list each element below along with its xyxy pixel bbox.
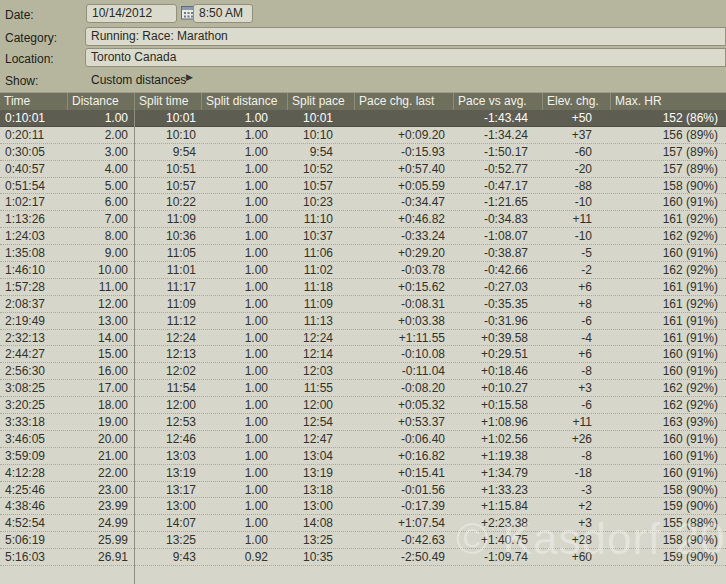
- table-cell: 11:12: [134, 314, 201, 328]
- table-row[interactable]: 1:02:176.0010:221.0010:23-0:34.47-1:21.6…: [0, 194, 726, 211]
- table-row[interactable]: 0:20:112.0010:101.0010:10+0:09.20-1:34.2…: [0, 127, 726, 144]
- table-row[interactable]: 4:12:2822.0013:191.0013:19+0:15.41+1:34.…: [0, 465, 726, 482]
- table-row[interactable]: 3:59:0921.0013:031.0013:04+0:16.82+1:19.…: [0, 448, 726, 465]
- table-cell: 161 (92%): [610, 212, 726, 226]
- table-cell: 8.00: [67, 229, 134, 243]
- column-header-pace-vs-avg-[interactable]: Pace vs avg.: [453, 93, 542, 110]
- table-row[interactable]: 3:33:1819.0012:531.0012:54+0:53.37+1:08.…: [0, 414, 726, 431]
- table-cell: -88: [542, 179, 610, 193]
- table-cell: 11:18: [287, 280, 354, 294]
- column-header-max-hr[interactable]: Max. HR: [610, 93, 726, 110]
- table-cell: 1.00: [201, 483, 287, 497]
- table-cell: -0:33.24: [354, 229, 453, 243]
- table-cell: +1:40.75: [453, 533, 542, 547]
- table-cell: 12:53: [134, 415, 201, 429]
- table-cell: +1:34.79: [453, 466, 542, 480]
- table-cell: -0:17.39: [354, 499, 453, 513]
- table-cell: 14:08: [287, 516, 354, 530]
- table-cell: -0:34.47: [354, 195, 453, 209]
- table-cell: 12:02: [134, 364, 201, 378]
- table-row[interactable]: 3:46:0520.0012:461.0012:47-0:06.40+1:02.…: [0, 431, 726, 448]
- table-row[interactable]: 1:13:267.0011:091.0011:10+0:46.82-0:34.8…: [0, 211, 726, 228]
- table-cell: 0:40:57: [0, 162, 67, 176]
- table-cell: 9:54: [287, 145, 354, 159]
- table-cell: 24.99: [67, 516, 134, 530]
- table-cell: 152 (86%): [610, 111, 726, 125]
- table-cell: -10: [542, 195, 610, 209]
- column-header-pace-chg-last[interactable]: Pace chg. last: [354, 93, 453, 110]
- table-row[interactable]: 1:46:1010.0011:011.0011:02-0:03.78-0:42.…: [0, 262, 726, 279]
- column-header-split-time[interactable]: Split time: [134, 93, 201, 110]
- table-cell: 1.00: [201, 364, 287, 378]
- table-row[interactable]: 2:44:2715.0012:131.0012:14-0:10.08+0:29.…: [0, 346, 726, 363]
- table-row[interactable]: 4:38:4623.9913:001.0013:00-0:17.39+1:15.…: [0, 498, 726, 515]
- table-cell: 162 (92%): [610, 398, 726, 412]
- column-header-elev-chg-[interactable]: Elev. chg.: [542, 93, 610, 110]
- table-row[interactable]: 1:35:089.0011:051.0011:06+0:29.20-0:38.8…: [0, 245, 726, 262]
- table-cell: 13:19: [134, 466, 201, 480]
- table-row[interactable]: 4:25:4623.0013:171.0013:18-0:01.56+1:33.…: [0, 482, 726, 499]
- table-cell: +0:15.62: [354, 280, 453, 294]
- table-cell: 11:55: [287, 381, 354, 395]
- table-row[interactable]: 2:56:3016.0012:021.0012:03-0:11.04+0:18.…: [0, 363, 726, 380]
- table-cell: 13:03: [134, 449, 201, 463]
- location-field[interactable]: Toronto Canada: [85, 48, 726, 67]
- column-header-split-pace[interactable]: Split pace: [287, 93, 354, 110]
- table-cell: -18: [542, 466, 610, 480]
- table-cell: -2:50.49: [354, 550, 453, 564]
- table-cell: 22.00: [67, 466, 134, 480]
- table-cell: 0:10:01: [0, 111, 67, 125]
- table-cell: -0:10.08: [354, 347, 453, 361]
- table-cell: 10:23: [287, 195, 354, 209]
- table-row[interactable]: 5:06:1925.9913:251.0013:25-0:42.63+1:40.…: [0, 532, 726, 549]
- table-cell: +3: [542, 381, 610, 395]
- table-cell: 26.91: [67, 550, 134, 564]
- table-cell: -60: [542, 145, 610, 159]
- table-row[interactable]: 0:10:011.0010:011.0010:01-1:43.44+50152 …: [0, 110, 726, 127]
- date-field[interactable]: 10/14/2012: [86, 4, 177, 23]
- table-cell: +0:16.82: [354, 449, 453, 463]
- table-cell: 10:01: [287, 111, 354, 125]
- table-header: TimeDistanceSplit timeSplit distanceSpli…: [0, 92, 726, 110]
- table-cell: -0:42.63: [354, 533, 453, 547]
- time-field[interactable]: 8:50 AM: [193, 4, 253, 23]
- table-cell: +3: [542, 516, 610, 530]
- table-cell: 1.00: [201, 179, 287, 193]
- show-menu-arrow-icon[interactable]: ▶: [186, 72, 193, 82]
- table-cell: -5: [542, 246, 610, 260]
- table-cell: -1:21.65: [453, 195, 542, 209]
- table-cell: 23.99: [67, 499, 134, 513]
- table-cell: 11:13: [287, 314, 354, 328]
- table-cell: 6.00: [67, 195, 134, 209]
- table-cell: +0:10.27: [453, 381, 542, 395]
- table-cell: 160 (91%): [610, 466, 726, 480]
- table-row[interactable]: 2:19:4913.0011:121.0011:13+0:03.38-0:31.…: [0, 313, 726, 330]
- column-header-split-distance[interactable]: Split distance: [201, 93, 287, 110]
- table-row[interactable]: 0:30:053.009:541.009:54-0:15.93-1:50.17-…: [0, 144, 726, 161]
- table-cell: 162 (92%): [610, 263, 726, 277]
- table-cell: 1:24:03: [0, 229, 67, 243]
- table-row[interactable]: 1:24:038.0010:361.0010:37-0:33.24-1:08.0…: [0, 228, 726, 245]
- table-cell: 1.00: [201, 347, 287, 361]
- table-cell: 11:17: [134, 280, 201, 294]
- show-distances-dropdown[interactable]: Custom distances: [91, 73, 186, 87]
- table-cell: +0:15.58: [453, 398, 542, 412]
- table-row[interactable]: 4:52:5424.9914:071.0014:08+1:07.54+2:23.…: [0, 515, 726, 532]
- table-cell: +1:19.38: [453, 449, 542, 463]
- table-row[interactable]: 3:08:2517.0011:541.0011:55-0:08.20+0:10.…: [0, 380, 726, 397]
- table-row[interactable]: 0:40:574.0010:511.0010:52+0:57.40-0:52.7…: [0, 161, 726, 178]
- table-row[interactable]: 2:32:1314.0012:241.0012:24+1:11.55+0:39.…: [0, 330, 726, 347]
- table-row[interactable]: 0:51:545.0010:571.0010:57+0:05.59-0:47.1…: [0, 178, 726, 195]
- table-cell: -3: [542, 483, 610, 497]
- table-row[interactable]: 5:16:0326.919:430.9210:35-2:50.49-1:09.7…: [0, 549, 726, 566]
- category-field[interactable]: Running: Race: Marathon: [85, 27, 726, 46]
- table-row[interactable]: 3:20:2518.0012:001.0012:00+0:05.32+0:15.…: [0, 397, 726, 414]
- table-row[interactable]: 2:08:3712.0011:091.0011:09-0:08.31-0:35.…: [0, 296, 726, 313]
- table-cell: 11:05: [134, 246, 201, 260]
- table-cell: 1.00: [201, 449, 287, 463]
- table-cell: 161 (92%): [610, 297, 726, 311]
- table-cell: 160 (91%): [610, 449, 726, 463]
- table-row[interactable]: 1:57:2811.0011:171.0011:18+0:15.62-0:27.…: [0, 279, 726, 296]
- column-header-distance[interactable]: Distance: [67, 93, 134, 110]
- column-header-time[interactable]: Time: [0, 93, 67, 110]
